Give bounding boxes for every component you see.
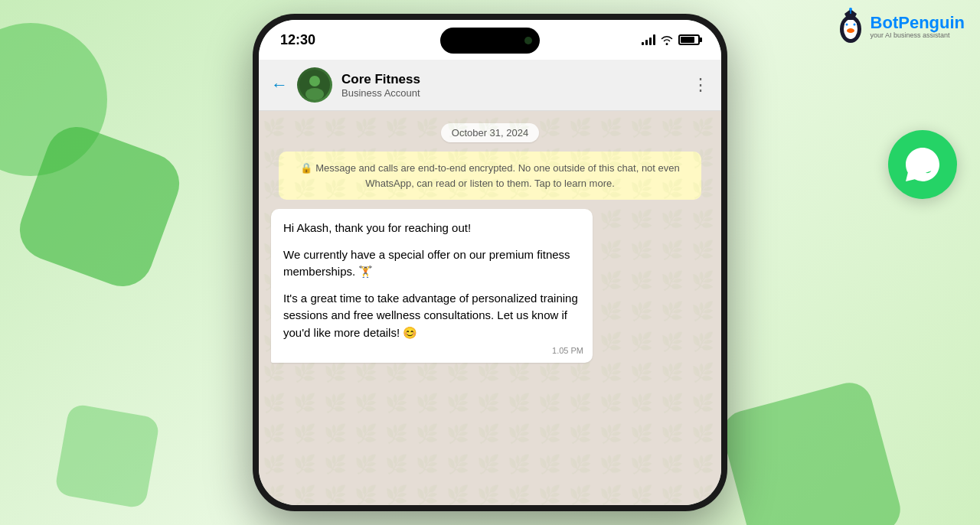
signal-bar-4 <box>653 34 655 45</box>
more-options-button[interactable]: ⋮ <box>692 75 709 95</box>
message-paragraph-2: We currently have a special offer on our… <box>283 246 580 281</box>
message-bubble: Hi Akash, thank you for reaching out! We… <box>271 209 593 363</box>
botpenguin-penguin-icon <box>835 8 866 46</box>
svg-point-5 <box>853 24 855 26</box>
lock-icon: 🔒 <box>300 162 312 174</box>
contact-status: Business Account <box>341 87 683 99</box>
encryption-notice[interactable]: 🔒Message and calls are end-to-end encryp… <box>279 152 701 200</box>
contact-avatar <box>297 67 332 103</box>
chat-area[interactable]: October 31, 2024 🔒Message and calls are … <box>259 111 721 505</box>
contact-name: Core Fitness <box>341 72 683 87</box>
signal-bars-icon <box>642 34 655 45</box>
message-paragraph-3: It's a great time to take advantage of p… <box>283 290 580 342</box>
wifi-icon <box>660 34 674 45</box>
message-paragraph-1: Hi Akash, thank you for reaching out! <box>283 220 580 237</box>
date-badge: October 31, 2024 <box>441 123 539 142</box>
camera-dot <box>524 37 532 44</box>
svg-point-6 <box>847 28 854 33</box>
botpenguin-brand-text: BotPenguin your AI business assistant <box>871 14 965 40</box>
svg-point-11 <box>309 76 320 86</box>
botpenguin-brand-name: BotPenguin <box>871 14 965 32</box>
signal-bar-2 <box>645 40 648 45</box>
message-time: 1.05 PM <box>552 344 583 357</box>
status-time: 12:30 <box>280 32 315 48</box>
dynamic-island <box>440 28 540 54</box>
whatsapp-icon <box>888 130 957 199</box>
botpenguin-logo: BotPenguin your AI business assistant <box>835 8 965 46</box>
phone-mockup: 12:30 <box>253 14 727 511</box>
battery-fill <box>681 37 694 43</box>
botpenguin-tagline: your AI business assistant <box>871 32 965 40</box>
status-icons <box>642 34 700 45</box>
contact-info: Core Fitness Business Account <box>341 72 683 99</box>
battery-icon <box>678 34 700 45</box>
svg-point-12 <box>305 88 324 100</box>
svg-point-4 <box>845 24 848 26</box>
status-bar: 12:30 <box>259 20 721 60</box>
whatsapp-header: ← Core Fitness Business Account ⋮ <box>259 60 721 111</box>
signal-bar-1 <box>642 42 644 45</box>
back-button[interactable]: ← <box>271 75 288 95</box>
deco-square-3 <box>54 403 160 509</box>
phone-screen: 12:30 <box>259 20 721 505</box>
signal-bar-3 <box>649 38 652 45</box>
svg-point-9 <box>849 8 852 11</box>
